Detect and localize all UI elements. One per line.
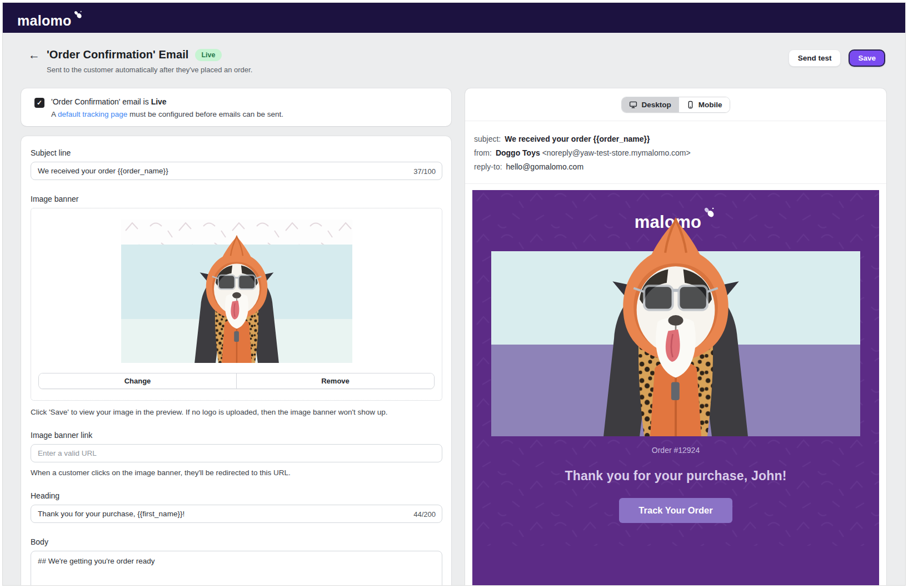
image-banner-help: Click 'Save' to view your image in the p… [31,408,442,416]
image-banner-label: Image banner [31,195,442,203]
banner-image [121,220,352,363]
send-test-button[interactable]: Send test [789,49,841,67]
body-textarea[interactable]: ## We're getting you're order ready [31,551,442,586]
default-tracking-page-link[interactable]: default tracking page [58,110,127,118]
status-badge: Live [195,49,221,61]
email-heading: Thank you for your purchase, John! [472,469,879,484]
malomo-logo: malomo [17,8,84,28]
live-checkbox-label: 'Order Confirmation' email is Live [51,97,283,106]
banner-actions: Change Remove [38,373,435,389]
meta-subject-row: subject:We received your order {{order_n… [474,134,877,143]
desktop-icon [629,101,637,109]
meta-from-row: from:Doggo Toys <noreply@yaw-test-store.… [474,148,877,157]
dog-photo [555,211,796,436]
desktop-toggle-button[interactable]: Desktop [622,97,678,112]
body-label: Body [31,537,442,546]
email-body-preview: malomo Order #12924 [472,190,879,586]
heading-char-counter: 44/200 [413,510,436,518]
live-checkbox[interactable]: ✓ [34,98,44,108]
live-status-card: ✓ 'Order Confirmation' email is Live A d… [21,88,451,126]
butterfly-icon [73,9,84,21]
meta-replyto-row: reply-to:hello@gomalomo.com [474,162,877,171]
brand-wordmark: malomo [17,14,72,28]
email-meta: subject:We received your order {{order_n… [465,121,886,183]
app-window: malomo ← 'Order Confirmation' Email Live… [2,2,906,586]
page-subtitle: Sent to the customer automatically after… [47,66,252,74]
change-image-button[interactable]: Change [39,373,236,388]
dog-photo [166,231,307,363]
page-header: ← 'Order Confirmation' Email Live Sent t… [3,33,905,74]
image-banner-link-input[interactable] [31,444,442,462]
track-order-button[interactable]: Track Your Order [619,498,732,523]
remove-image-button[interactable]: Remove [236,373,434,388]
mobile-icon [686,101,695,109]
subject-line-input[interactable] [31,162,442,180]
email-form-card: Subject line 37/100 Image banner Chan [21,136,451,586]
email-banner-image [491,251,860,436]
image-banner-box: Change Remove [31,208,442,401]
back-arrow-icon[interactable]: ← [28,49,40,61]
subject-line-label: Subject line [31,148,442,157]
device-toggle: Desktop Mobile [621,97,730,113]
email-preview-viewport: malomo Order #12924 [465,184,886,586]
email-preview-card: Desktop Mobile subje [465,88,886,586]
mobile-toggle-button[interactable]: Mobile [678,97,730,112]
save-button[interactable]: Save [849,49,885,67]
top-navbar: malomo [3,3,905,33]
heading-input[interactable] [31,505,442,523]
order-number: Order #12924 [472,446,879,455]
page-title: 'Order Confirmation' Email [47,48,188,61]
tracking-page-note: A default tracking page must be configur… [51,110,283,118]
image-banner-link-label: Image banner link [31,431,442,440]
image-banner-link-help: When a customer clicks on the image bann… [31,469,442,477]
heading-label: Heading [31,491,442,500]
check-icon: ✓ [37,99,42,107]
subject-char-counter: 37/100 [413,167,436,175]
